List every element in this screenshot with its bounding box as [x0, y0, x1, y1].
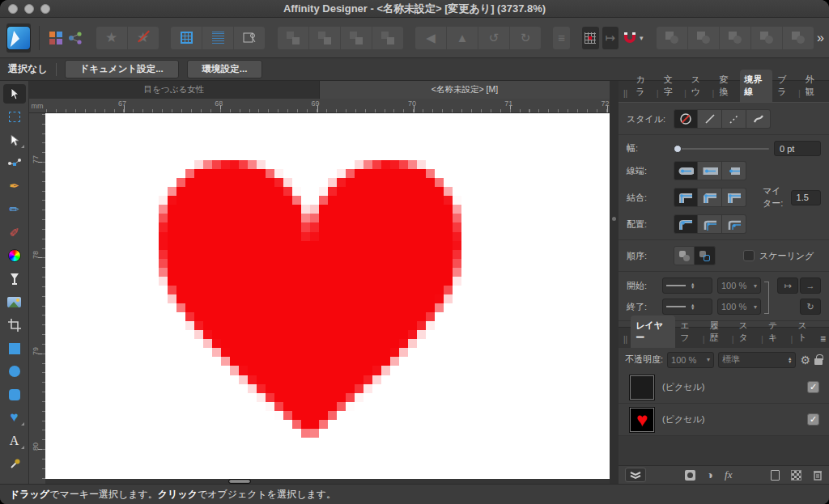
stroke-width-input[interactable]: 0 pt: [774, 141, 821, 156]
pen-tool[interactable]: ✒: [3, 176, 26, 196]
stroke-front-button[interactable]: [695, 246, 716, 265]
shape-tool[interactable]: ♥: [3, 408, 26, 427]
scrollbar-thumb[interactable]: [229, 480, 250, 483]
add-pixel-layer-button[interactable]: [791, 470, 801, 481]
tab-character[interactable]: 文字: [659, 70, 684, 102]
align-inside-button[interactable]: [698, 214, 722, 234]
artboard-tool[interactable]: [3, 108, 26, 127]
pixel-persona-button[interactable]: [48, 27, 64, 49]
move-tool[interactable]: [3, 84, 26, 104]
align-center-button[interactable]: [674, 214, 698, 234]
cap-round-button[interactable]: [674, 161, 698, 180]
stroke-style-solid-button[interactable]: [698, 109, 722, 129]
cap-butt-button[interactable]: [722, 161, 746, 180]
slider-knob[interactable]: [674, 145, 682, 153]
export-persona-button[interactable]: [67, 27, 83, 49]
end-style-select[interactable]: ▲▼: [662, 299, 712, 315]
layer-thumbnail[interactable]: ♥: [630, 408, 654, 432]
adjustment-layer-button[interactable]: ◑: [707, 468, 713, 481]
join-bevel-button[interactable]: [698, 188, 722, 207]
pixel-heart-artwork[interactable]: [150, 151, 470, 447]
preferences-button[interactable]: 環境設定...: [187, 60, 263, 78]
tab-transform[interactable]: 変換: [714, 70, 739, 102]
layer-visibility-checkbox[interactable]: ✓: [807, 413, 819, 426]
boolean-xor-button[interactable]: [751, 27, 782, 49]
pixel-grid-toggle-button[interactable]: [582, 27, 598, 49]
ellipse-tool[interactable]: [3, 362, 26, 381]
join-round-button[interactable]: [674, 188, 698, 207]
canvas-page[interactable]: [45, 113, 610, 479]
layer-row[interactable]: ♥ (ピクセル) ✓: [619, 404, 829, 436]
panel-divider[interactable]: [610, 81, 619, 484]
lock-icon[interactable]: [814, 358, 823, 365]
delete-layer-button[interactable]: [813, 469, 823, 481]
swap-ends-button[interactable]: ↦: [777, 277, 798, 294]
boolean-intersect-button[interactable]: [720, 27, 750, 49]
snapping-button[interactable]: ▾: [622, 27, 644, 49]
boolean-divide-button[interactable]: [783, 27, 814, 49]
show-guides-button[interactable]: [202, 27, 233, 49]
tab-effects[interactable]: エフ: [675, 316, 703, 348]
move-whole-pixels-button[interactable]: ↦: [602, 27, 619, 49]
layer-settings-gear-icon[interactable]: ⚙: [800, 354, 810, 366]
place-image-tool[interactable]: [3, 292, 26, 311]
brush-tool[interactable]: ✐: [3, 223, 26, 243]
fill-tool[interactable]: [3, 246, 26, 265]
reset-ends-button[interactable]: ↻: [800, 299, 821, 315]
designer-persona-button[interactable]: [6, 23, 31, 53]
snapping-dropdown-icon[interactable]: ▾: [640, 34, 644, 42]
tab-stroke[interactable]: 境界線: [740, 70, 773, 102]
document-tab-inactive[interactable]: 目をつぶる女性: [29, 81, 319, 99]
transform-mode-button[interactable]: [234, 27, 265, 49]
stroke-width-slider[interactable]: [674, 144, 769, 154]
horizontal-scrollbar[interactable]: [45, 479, 610, 484]
panel-menu-button[interactable]: ≡: [820, 333, 826, 345]
boolean-subtract-button[interactable]: [688, 27, 719, 49]
arrow-direction-button[interactable]: →: [800, 277, 821, 294]
layer-stack-button[interactable]: [625, 468, 646, 482]
opacity-select[interactable]: 100 %▾: [667, 352, 714, 368]
align-outside-button[interactable]: [722, 214, 746, 234]
miter-input[interactable]: 1.5: [791, 190, 821, 205]
tab-history[interactable]: 履歴: [705, 316, 732, 348]
tab-text-styles[interactable]: テキ: [763, 316, 791, 348]
panel-grip[interactable]: ||: [623, 335, 627, 344]
stroke-style-dashed-button[interactable]: [722, 109, 746, 129]
tab-brushes[interactable]: ブラ: [772, 70, 798, 102]
scale-with-object-checkbox[interactable]: [743, 250, 755, 261]
transparency-tool[interactable]: [3, 269, 26, 289]
show-grid-button[interactable]: [171, 27, 202, 49]
tab-layers[interactable]: レイヤー: [631, 316, 675, 348]
move-to-back-button[interactable]: [372, 27, 403, 49]
tab-swatches[interactable]: スウ: [687, 70, 712, 102]
start-style-select[interactable]: ▲▼: [662, 277, 712, 294]
node-tool[interactable]: [3, 130, 26, 150]
document-tab-active[interactable]: <名称未設定> [M]: [320, 81, 610, 99]
boolean-add-button[interactable]: [657, 27, 687, 49]
start-scale-select[interactable]: 100 %▾: [717, 277, 761, 294]
move-to-front-button[interactable]: [278, 27, 308, 49]
cap-square-button[interactable]: [698, 161, 722, 180]
move-forward-button[interactable]: [309, 27, 340, 49]
stroke-style-brush-button[interactable]: [746, 109, 771, 129]
insert-inside-button[interactable]: ★: [96, 27, 127, 49]
tab-styles[interactable]: スタ: [734, 316, 762, 348]
text-tool[interactable]: A: [3, 431, 26, 451]
rotate-ccw-button[interactable]: ↺: [478, 27, 509, 49]
crop-tool[interactable]: [3, 316, 26, 335]
flip-horizontal-button[interactable]: ◀: [415, 27, 446, 49]
alignment-button[interactable]: ≡: [553, 27, 569, 49]
tab-stock[interactable]: スト: [793, 316, 820, 348]
tab-color[interactable]: カラ: [631, 70, 657, 102]
rectangle-tool[interactable]: [3, 339, 26, 358]
color-picker-tool[interactable]: [3, 455, 26, 474]
document-setup-button[interactable]: ドキュメント設定...: [65, 60, 179, 78]
pencil-tool[interactable]: ✏: [3, 200, 26, 219]
join-miter-button[interactable]: [722, 188, 746, 207]
mask-layer-button[interactable]: [685, 470, 695, 481]
add-layer-button[interactable]: [771, 470, 780, 481]
point-transform-tool[interactable]: [3, 154, 26, 173]
toolbar-overflow-button[interactable]: »: [817, 31, 823, 45]
panel-grip[interactable]: ||: [623, 89, 627, 98]
move-backward-button[interactable]: [341, 27, 372, 49]
